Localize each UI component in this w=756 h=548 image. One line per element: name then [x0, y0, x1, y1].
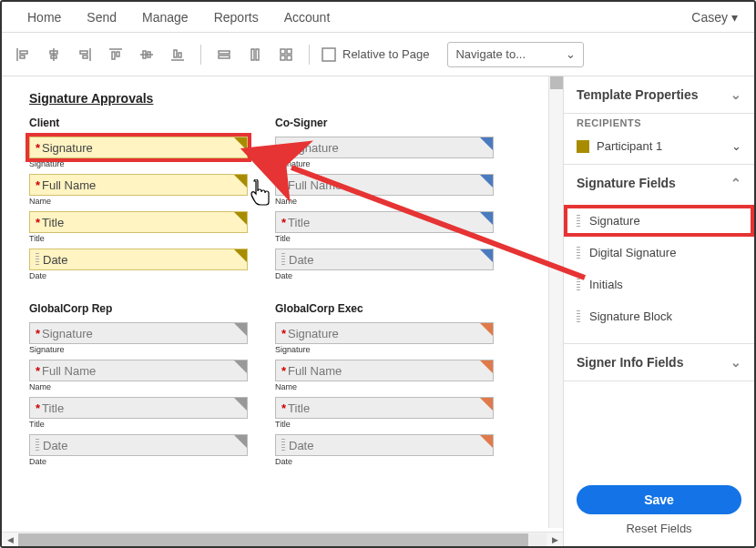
relative-to-page-toggle[interactable]: Relative to Page	[321, 46, 429, 63]
field-label: Signature	[29, 345, 248, 354]
field-fullname[interactable]: *Full Name	[275, 360, 494, 381]
save-button[interactable]: Save	[577, 485, 741, 514]
field-title[interactable]: *Title	[29, 211, 248, 233]
field-label: Signature	[275, 345, 494, 354]
right-sidebar: Template Properties ⌄ RECIPIENTS Partici…	[563, 76, 754, 546]
nav-account[interactable]: Account	[271, 10, 343, 25]
field-fullname[interactable]: *Full Name	[29, 174, 248, 196]
field-label: Date	[275, 457, 494, 466]
chevron-down-icon: ⌄	[730, 87, 741, 102]
align-center-v-icon[interactable]	[135, 43, 158, 66]
align-bottom-icon[interactable]	[166, 43, 189, 66]
recipient-swatch-icon	[577, 140, 589, 153]
block-title: GlobalCorp Exec	[275, 302, 494, 315]
align-center-h-icon[interactable]	[42, 43, 66, 66]
chevron-up-icon: ⌃	[730, 176, 741, 190]
field-type-signature-block[interactable]: Signature Block	[564, 300, 754, 332]
nav-reports[interactable]: Reports	[201, 10, 271, 25]
scroll-right-icon[interactable]: ▶	[547, 533, 562, 546]
field-signature[interactable]: *Signature	[29, 322, 248, 344]
block-title: Client	[29, 117, 248, 129]
field-date[interactable]: Date	[275, 249, 494, 270]
horizontal-scrollbar[interactable]: ◀ ▶	[2, 532, 563, 546]
field-label: Name	[275, 197, 494, 206]
align-top-icon[interactable]	[104, 43, 128, 66]
document-title: Signature Approvals	[29, 91, 536, 106]
field-fullname[interactable]: *Full Name	[29, 360, 248, 381]
block-title: GlobalCorp Rep	[29, 302, 248, 315]
alignment-toolbar: Relative to Page Navigate to... ⌄	[2, 33, 754, 76]
field-date[interactable]: Date	[29, 249, 248, 270]
nav-manage[interactable]: Manage	[129, 10, 201, 25]
field-type-initials[interactable]: Initials	[564, 269, 754, 300]
block-title: Co-Signer	[275, 117, 494, 129]
field-label: Title	[29, 234, 248, 243]
nav-home[interactable]: Home	[15, 10, 74, 25]
field-date[interactable]: Date	[275, 434, 494, 456]
field-label: Date	[29, 457, 248, 466]
scroll-left-icon[interactable]: ◀	[3, 533, 17, 546]
field-fullname[interactable]: *Full Name	[275, 174, 494, 196]
field-date[interactable]: Date	[29, 434, 248, 456]
chevron-down-icon: ⌄	[731, 139, 741, 153]
field-label: Name	[29, 197, 248, 206]
field-signature[interactable]: *Signature	[275, 137, 494, 158]
field-label: Signature	[275, 159, 494, 168]
vertical-scrollbar[interactable]	[548, 76, 563, 528]
field-label: Signature	[29, 159, 248, 168]
block-cosigner: Co-Signer *Signature Signature *Full Nam…	[275, 117, 494, 280]
reset-fields-link[interactable]: Reset Fields	[577, 522, 741, 535]
align-right-icon[interactable]	[73, 43, 97, 66]
field-label: Title	[275, 420, 494, 429]
field-label: Date	[29, 271, 248, 280]
user-menu[interactable]: Casey ▾	[691, 10, 741, 25]
field-title[interactable]: *Title	[29, 397, 248, 419]
signer-info-fields-header[interactable]: Signer Info Fields ⌄	[564, 344, 754, 381]
field-label: Date	[275, 271, 494, 280]
field-label: Title	[29, 420, 248, 429]
field-title[interactable]: *Title	[275, 211, 494, 233]
field-type-signature[interactable]: Signature	[564, 205, 754, 237]
document-canvas: Signature Approvals Client *Signature Si…	[2, 76, 563, 546]
field-label: Name	[275, 382, 494, 391]
match-width-icon[interactable]	[212, 43, 236, 66]
field-label: Title	[275, 234, 494, 243]
top-nav: Home Send Manage Reports Account Casey ▾	[2, 2, 754, 33]
field-signature[interactable]: *Signature	[275, 322, 494, 344]
field-type-digital-signature[interactable]: Digital Signature	[564, 237, 754, 269]
recipients-label: RECIPIENTS	[564, 114, 754, 134]
recipient-participant-1[interactable]: Participant 1 ⌄	[564, 134, 754, 164]
template-properties-header[interactable]: Template Properties ⌄	[564, 76, 754, 113]
block-client: Client *Signature Signature *Full Name N…	[29, 117, 248, 280]
block-globalcorp-exec: GlobalCorp Exec *Signature Signature *Fu…	[275, 302, 494, 466]
nav-send[interactable]: Send	[74, 10, 129, 25]
match-height-icon[interactable]	[243, 43, 267, 66]
align-left-icon[interactable]	[11, 43, 35, 66]
chevron-down-icon: ⌄	[730, 355, 741, 370]
navigate-to-select[interactable]: Navigate to... ⌄	[447, 42, 584, 67]
chevron-down-icon: ⌄	[566, 47, 576, 61]
caret-down-icon: ▾	[731, 10, 738, 25]
svg-rect-0	[322, 48, 335, 61]
signature-fields-header[interactable]: Signature Fields ⌃	[564, 165, 754, 201]
field-title[interactable]: *Title	[275, 397, 494, 419]
field-label: Name	[29, 382, 248, 391]
match-both-icon[interactable]	[274, 43, 298, 66]
field-signature[interactable]: *Signature	[29, 137, 248, 158]
block-globalcorp-rep: GlobalCorp Rep *Signature Signature *Ful…	[29, 302, 248, 466]
checkbox-empty-icon	[321, 46, 337, 63]
